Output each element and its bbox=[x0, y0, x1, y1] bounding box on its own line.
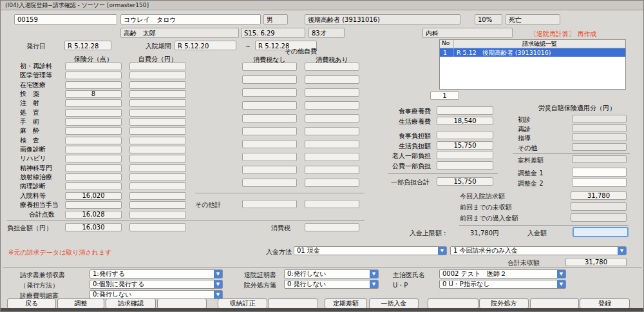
other-self-tax-field[interactable] bbox=[305, 140, 359, 148]
other-self-no-tax-field[interactable] bbox=[242, 127, 297, 135]
other-self-tax-field[interactable] bbox=[305, 63, 359, 71]
other-self-no-tax-field[interactable] bbox=[242, 114, 297, 122]
function-button[interactable] bbox=[268, 298, 318, 309]
issue-method-select[interactable]: 0:個別に発行する ▼ bbox=[90, 280, 223, 289]
function-button[interactable] bbox=[157, 298, 207, 309]
claim-selected-index-field[interactable]: 1 bbox=[430, 92, 459, 100]
meal-row-field[interactable] bbox=[437, 131, 493, 139]
fee-insurance-field[interactable]: 8 bbox=[65, 90, 122, 98]
chevron-down-icon[interactable]: ▼ bbox=[370, 270, 378, 278]
chevron-down-icon[interactable]: ▼ bbox=[618, 247, 626, 255]
claim-confirmation-list[interactable]: No 請求確認一覧 1 R 5.12 後期高齢者 (39131016) bbox=[439, 39, 626, 90]
consumption-tax-field[interactable] bbox=[305, 223, 359, 231]
other-self-no-tax-field[interactable] bbox=[242, 140, 297, 148]
other-self-tax-field[interactable] bbox=[305, 179, 359, 187]
fee-self-field[interactable] bbox=[129, 72, 186, 79]
fee-self-field[interactable] bbox=[129, 90, 186, 98]
receipt-select[interactable]: 1:発行する ▼ bbox=[90, 269, 223, 278]
chevron-down-icon[interactable]: ▼ bbox=[557, 280, 565, 288]
fee-insurance-field[interactable] bbox=[65, 109, 122, 117]
fee-self-field[interactable] bbox=[129, 211, 186, 219]
fee-insurance-field[interactable] bbox=[65, 137, 122, 144]
fee-self-field[interactable] bbox=[129, 63, 186, 70]
doctor-select[interactable]: 0002 テスト 医師２ ▼ bbox=[439, 269, 566, 278]
fee-insurance-field[interactable] bbox=[65, 146, 122, 153]
chevron-down-icon[interactable]: ▼ bbox=[557, 270, 565, 278]
fee-insurance-field[interactable] bbox=[65, 118, 122, 126]
fee-insurance-field[interactable] bbox=[65, 99, 122, 107]
patient-kana-field[interactable]: コウレイ タロウ bbox=[120, 14, 261, 24]
fee-self-field[interactable] bbox=[129, 99, 186, 107]
payment-scope-select[interactable]: 1 今回請求分のみ入金 ▼ bbox=[450, 246, 627, 255]
stay-from-field[interactable]: R 5.12.20 bbox=[175, 41, 236, 50]
burden-self-field[interactable] bbox=[129, 223, 186, 231]
issue-date-field[interactable]: R 5.12.28 bbox=[64, 41, 111, 50]
meal-row-field[interactable]: 15,750 bbox=[437, 141, 493, 150]
fee-insurance-field[interactable] bbox=[65, 173, 122, 181]
outside-rx-select[interactable]: 0 発行しない ▼ bbox=[284, 280, 379, 289]
fee-self-field[interactable] bbox=[129, 164, 186, 172]
fee-insurance-field[interactable] bbox=[65, 63, 122, 70]
fee-self-field[interactable] bbox=[129, 81, 186, 89]
patient-id-field[interactable]: 00159 bbox=[14, 14, 117, 24]
fee-self-field[interactable] bbox=[129, 182, 186, 190]
other-self-tax-field[interactable] bbox=[305, 101, 359, 110]
other-self-tax-field[interactable] bbox=[305, 127, 359, 135]
fee-self-field[interactable] bbox=[129, 192, 186, 200]
fee-self-field[interactable] bbox=[129, 173, 186, 181]
chevron-down-icon[interactable]: ▼ bbox=[370, 280, 378, 288]
other-self-tax-field[interactable] bbox=[305, 114, 359, 122]
burden-insurance-field[interactable]: 16,030 bbox=[65, 223, 122, 231]
function-button[interactable] bbox=[428, 298, 478, 309]
meal-row-field[interactable] bbox=[437, 151, 493, 159]
meal-row-field[interactable]: 18,540 bbox=[437, 117, 493, 125]
fee-insurance-field[interactable] bbox=[65, 81, 122, 89]
function-button[interactable] bbox=[530, 298, 579, 309]
chevron-down-icon[interactable]: ▼ bbox=[214, 291, 222, 298]
fee-self-field[interactable] bbox=[129, 109, 186, 117]
fee-insurance-field[interactable] bbox=[65, 155, 122, 162]
partial-burden-total-field[interactable]: 15,750 bbox=[437, 177, 493, 186]
fee-self-field[interactable] bbox=[129, 146, 186, 153]
function-button[interactable]: 院外処方 bbox=[479, 298, 529, 309]
other-self-no-tax-field[interactable] bbox=[242, 63, 297, 71]
fee-insurance-field[interactable] bbox=[65, 72, 122, 79]
adjustment2-field[interactable] bbox=[572, 178, 627, 187]
fee-self-field[interactable] bbox=[129, 155, 186, 162]
other-self-no-tax-field[interactable] bbox=[242, 179, 297, 187]
chevron-down-icon[interactable]: ▼ bbox=[214, 280, 222, 288]
fee-self-field[interactable] bbox=[129, 127, 186, 135]
fee-insurance-field[interactable] bbox=[65, 201, 122, 209]
function-button[interactable]: 調整 bbox=[57, 298, 104, 309]
chevron-down-icon[interactable]: ▼ bbox=[438, 247, 446, 255]
deposit-amount-field[interactable] bbox=[573, 227, 629, 237]
other-self-no-tax-field[interactable] bbox=[242, 75, 297, 84]
meal-row-field[interactable] bbox=[437, 106, 493, 115]
other-self-tax-field[interactable] bbox=[305, 166, 359, 174]
claim-list-row-selected[interactable]: 1 R 5.12 後期高齢者 (39131016) bbox=[440, 48, 625, 57]
adjustment1-field[interactable] bbox=[572, 168, 627, 177]
other-self-tax-field[interactable] bbox=[305, 153, 359, 161]
function-button[interactable]: 戻る bbox=[7, 298, 56, 309]
other-self-no-tax-field[interactable] bbox=[242, 88, 297, 97]
fee-insurance-field[interactable] bbox=[65, 182, 122, 190]
discharge-cert-select[interactable]: 0:発行しない ▼ bbox=[284, 269, 379, 278]
other-self-tax-field[interactable] bbox=[305, 75, 359, 84]
function-button[interactable]: 登録 bbox=[580, 298, 630, 309]
other-self-no-tax-field[interactable] bbox=[242, 153, 297, 161]
other-total-tax-field[interactable] bbox=[305, 200, 359, 208]
fee-self-field[interactable] bbox=[129, 118, 186, 126]
fee-insurance-field[interactable] bbox=[65, 164, 122, 172]
up-select[interactable]: 0 U・P指示なし ▼ bbox=[439, 280, 566, 289]
function-button[interactable]: 収納訂正 bbox=[218, 298, 267, 309]
fee-self-field[interactable] bbox=[129, 137, 186, 144]
function-button[interactable]: 一括入金 bbox=[369, 298, 419, 309]
fee-insurance-field[interactable] bbox=[65, 127, 122, 135]
function-button[interactable]: 定期差額 bbox=[325, 298, 367, 309]
chevron-down-icon[interactable]: ▼ bbox=[214, 270, 222, 278]
other-self-no-tax-field[interactable] bbox=[242, 166, 297, 174]
fee-insurance-field[interactable]: 16,028 bbox=[65, 211, 122, 219]
detail-statement-select[interactable]: 0:発行しない ▼ bbox=[90, 290, 223, 299]
other-total-no-tax-field[interactable] bbox=[242, 200, 297, 208]
function-button[interactable]: 請求確認 bbox=[106, 298, 156, 309]
